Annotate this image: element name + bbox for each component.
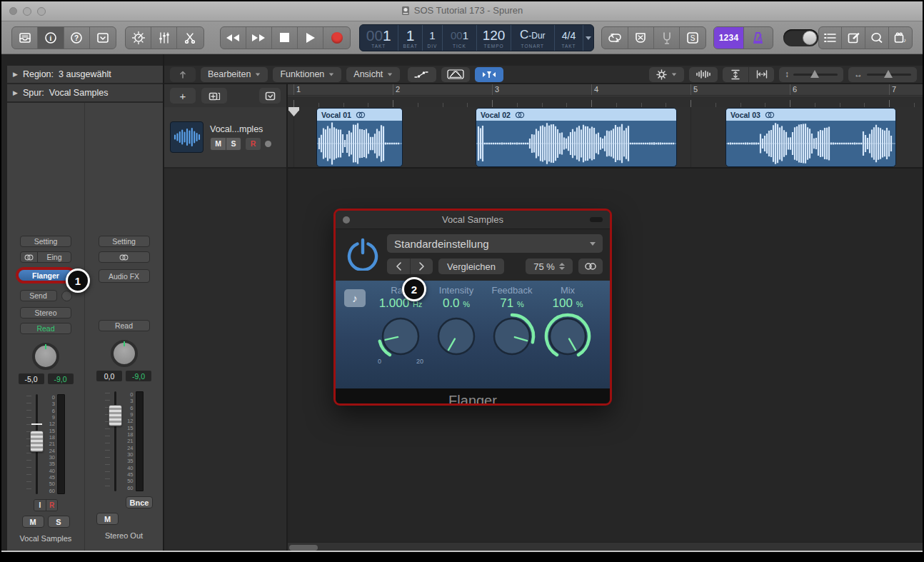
track-inspector-header[interactable]: ▶ Spur: Vocal Samples bbox=[7, 84, 163, 103]
lcd-key[interactable]: C-Dur TONART bbox=[511, 25, 556, 51]
lcd-tempo[interactable]: 120 TEMPO bbox=[477, 25, 511, 51]
lcd-options-chevron[interactable] bbox=[583, 25, 593, 51]
input-monitor-button[interactable]: I bbox=[34, 500, 46, 511]
cycle-button[interactable] bbox=[602, 27, 628, 49]
mute-button[interactable]: M bbox=[22, 516, 44, 528]
smart-controls-button[interactable] bbox=[126, 27, 151, 49]
plugin-power-button[interactable] bbox=[343, 234, 383, 274]
param-value[interactable]: 71 % bbox=[500, 296, 523, 311]
fader-thumb[interactable] bbox=[30, 431, 44, 452]
menu-bearbeiten[interactable]: Bearbeiten bbox=[201, 67, 268, 82]
autopunch-button[interactable] bbox=[628, 27, 654, 49]
audio-region[interactable]: Vocal 02 bbox=[476, 108, 677, 167]
input-slot[interactable]: Eing bbox=[20, 251, 71, 263]
record-button[interactable] bbox=[323, 27, 349, 49]
track-options-gear-button[interactable] bbox=[649, 67, 684, 82]
input-monitoring-dot[interactable] bbox=[265, 141, 271, 147]
previous-preset-button[interactable] bbox=[387, 259, 410, 274]
region-header[interactable]: Vocal 02 bbox=[476, 109, 676, 121]
disclosure-triangle-icon[interactable]: ▶ bbox=[13, 71, 18, 78]
menu-funktionen[interactable]: Funktionen bbox=[273, 67, 341, 82]
solo-mode-button[interactable]: S bbox=[680, 27, 705, 49]
loops-browser-button[interactable] bbox=[865, 27, 889, 49]
flanger-plugin-window[interactable]: Vocal Samples Standardeinstellung bbox=[333, 209, 612, 406]
crossfade-tool-button[interactable] bbox=[441, 67, 470, 82]
scrollbar-thumb[interactable] bbox=[289, 545, 318, 551]
track-lane[interactable]: Vocal 01Vocal 02Vocal 03 bbox=[288, 107, 923, 169]
automation-mode-button[interactable]: Read bbox=[99, 320, 150, 331]
mix-amount-stepper[interactable]: 75 % bbox=[526, 259, 573, 274]
stereo-format-button[interactable] bbox=[99, 251, 150, 263]
note-pads-button[interactable] bbox=[842, 27, 865, 49]
ruler-ticks[interactable] bbox=[288, 96, 923, 107]
lcd-takt[interactable]: 001 TAKT bbox=[360, 25, 398, 51]
horizontal-auto-zoom-button[interactable] bbox=[748, 67, 774, 82]
plugin-close-button[interactable] bbox=[343, 216, 350, 224]
flanger-plugin-slot[interactable]: Flanger bbox=[19, 270, 73, 281]
automation-mode-button[interactable]: Read bbox=[20, 323, 71, 334]
toggle-knob[interactable] bbox=[803, 31, 817, 45]
track-mute-button[interactable]: M bbox=[211, 138, 226, 150]
metronome-button[interactable] bbox=[744, 27, 773, 49]
lcd-tick[interactable]: 001 TICK bbox=[443, 25, 478, 51]
track-header-options-button[interactable] bbox=[259, 88, 281, 104]
lcd-display[interactable]: 001 TAKT 1 BEAT 1 DIV 001 TICK 120 TEMPO… bbox=[359, 24, 595, 51]
menu-ansicht[interactable]: Ansicht bbox=[346, 67, 400, 82]
track-record-button[interactable]: R bbox=[246, 138, 261, 150]
rewind-button[interactable] bbox=[221, 27, 246, 49]
vertical-auto-zoom-button[interactable] bbox=[723, 67, 748, 82]
vertical-zoom-slider[interactable]: ↕ bbox=[779, 67, 843, 82]
param-feedback[interactable]: Feedback 71 % bbox=[484, 285, 540, 365]
media-browser-button[interactable]: ♪ bbox=[889, 27, 913, 49]
setting-button[interactable]: Setting bbox=[99, 236, 150, 247]
region-header[interactable]: Vocal 01 bbox=[317, 109, 402, 121]
audio-fx-slot[interactable]: Audio FX bbox=[99, 269, 150, 283]
lcd-div[interactable]: 1 DIV bbox=[423, 25, 442, 51]
count-in-button[interactable]: 1234 bbox=[714, 27, 744, 49]
scissors-button[interactable] bbox=[177, 27, 203, 49]
play-button[interactable] bbox=[298, 27, 323, 49]
pan-knob[interactable] bbox=[111, 340, 138, 367]
pan-value[interactable]: -5,0 bbox=[19, 373, 44, 384]
setting-button[interactable]: Setting bbox=[20, 236, 71, 247]
channel-name[interactable]: Vocal Samples bbox=[20, 534, 72, 543]
catch-playhead-button[interactable] bbox=[170, 67, 196, 82]
volume-value[interactable]: -9,0 bbox=[126, 371, 151, 381]
toolbar-toggle-button[interactable] bbox=[90, 27, 116, 49]
preset-dropdown[interactable]: Standardeinstellung bbox=[387, 234, 603, 253]
param-intensity[interactable]: Intensity 0.0 % bbox=[428, 285, 484, 365]
solo-button[interactable]: S bbox=[48, 516, 70, 528]
slider-thumb[interactable] bbox=[884, 70, 893, 78]
tempo-sync-note-button[interactable]: ♪ bbox=[344, 289, 366, 307]
fader-thumb[interactable] bbox=[109, 405, 122, 426]
param-mix[interactable]: Mix 100 % bbox=[540, 285, 596, 365]
bounce-button[interactable]: Bnce bbox=[126, 496, 153, 508]
output-slot[interactable]: Stereo bbox=[20, 307, 71, 318]
record-enable-button[interactable]: R bbox=[46, 500, 57, 511]
stereo-format-icon[interactable] bbox=[21, 252, 38, 262]
snap-mode-button[interactable] bbox=[475, 67, 503, 82]
volume-fader[interactable] bbox=[26, 394, 42, 494]
bar-ruler[interactable]: 1234567 bbox=[288, 84, 923, 107]
audio-region[interactable]: Vocal 03 bbox=[725, 108, 896, 167]
title-bar[interactable]: SOS Tutorial 173 - Spuren bbox=[1, 1, 923, 21]
horizontal-scrollbar[interactable] bbox=[288, 542, 923, 552]
send-knob[interactable] bbox=[61, 291, 72, 301]
volume-value[interactable]: -9,0 bbox=[48, 373, 74, 384]
tuner-button[interactable] bbox=[654, 27, 680, 49]
link-button[interactable] bbox=[578, 259, 603, 274]
track-name[interactable]: Vocal...mples bbox=[210, 124, 271, 134]
mixer-button[interactable] bbox=[151, 27, 177, 49]
region-header[interactable]: Vocal 03 bbox=[726, 109, 895, 121]
horizontal-zoom-slider[interactable]: ↔ bbox=[848, 67, 917, 82]
pan-knob[interactable] bbox=[32, 343, 59, 370]
slider-thumb[interactable] bbox=[810, 70, 819, 78]
audio-region[interactable]: Vocal 01 bbox=[316, 108, 403, 167]
automation-button[interactable] bbox=[408, 67, 436, 82]
lcd-beat[interactable]: 1 BEAT bbox=[398, 25, 423, 51]
list-editors-button[interactable] bbox=[819, 27, 843, 49]
stop-button[interactable] bbox=[272, 27, 298, 49]
param-value[interactable]: 100 % bbox=[553, 296, 583, 311]
pan-value[interactable]: 0,0 bbox=[96, 371, 122, 381]
next-preset-button[interactable] bbox=[410, 259, 433, 274]
